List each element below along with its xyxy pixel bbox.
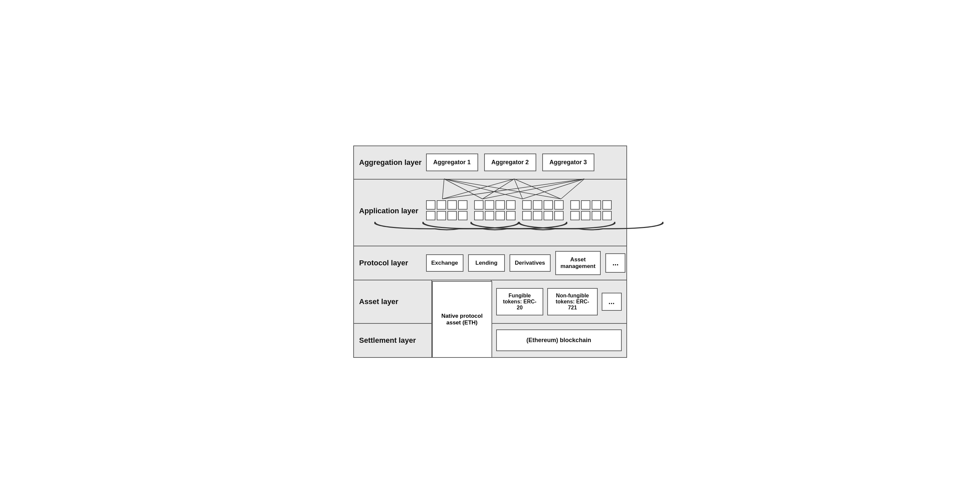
app-grid-3 — [522, 200, 564, 220]
settlement-right: (Ethereum) blockchain — [492, 324, 627, 357]
application-content — [426, 190, 621, 232]
blockchain-box: (Ethereum) blockchain — [496, 329, 622, 351]
asset-ellipsis: ... — [602, 293, 622, 311]
app-group-4 — [570, 200, 612, 232]
app-cell — [522, 200, 531, 209]
app-cell — [495, 200, 505, 209]
asset-right: Fungible tokens: ERC-20 Non-fungible tok… — [492, 280, 627, 323]
app-grid-4 — [570, 200, 612, 220]
fungible-tokens: Fungible tokens: ERC-20 — [496, 288, 544, 316]
app-cell — [437, 200, 446, 209]
app-cell — [485, 200, 494, 209]
diagram: Aggregation layer Aggregator 1 Aggregato… — [353, 146, 627, 358]
settlement-label-text: Settlement layer — [359, 336, 426, 345]
app-cell — [570, 200, 580, 209]
protocol-derivatives: Derivatives — [509, 254, 550, 272]
app-grid-1 — [426, 200, 468, 220]
aggregator-3: Aggregator 3 — [542, 154, 594, 171]
protocol-layer: Protocol layer Exchange Lending Derivati… — [354, 246, 627, 280]
aggregation-content: Aggregator 1 Aggregator 2 Aggregator 3 — [426, 154, 621, 171]
brace-4 — [519, 218, 663, 234]
aggregation-label: Aggregation layer — [359, 158, 426, 167]
application-layer: Application layer — [354, 179, 627, 246]
aggregator-1: Aggregator 1 — [426, 154, 478, 171]
protocol-lending: Lending — [468, 254, 505, 272]
app-cell — [533, 200, 542, 209]
app-cell — [426, 200, 435, 209]
native-asset-final-text: Native protocolasset (ETH) — [441, 313, 483, 326]
protocol-asset-management: Asset management — [555, 251, 601, 275]
app-cell — [544, 200, 553, 209]
application-label: Application layer — [359, 206, 426, 215]
settlement-label: Settlement layer — [354, 324, 431, 357]
nonfungible-tokens: Non-fungible tokens: ERC-721 — [547, 288, 597, 316]
protocol-content: Exchange Lending Derivatives Asset manag… — [426, 251, 626, 275]
app-cell — [474, 200, 484, 209]
app-cell — [602, 200, 612, 209]
native-asset-overlay: Native protocolasset (ETH) — [432, 281, 492, 358]
app-cell — [506, 200, 515, 209]
app-cell — [458, 200, 468, 209]
app-grid-2 — [474, 200, 515, 220]
app-cell — [581, 200, 590, 209]
protocol-exchange: Exchange — [426, 254, 463, 272]
aggregation-layer: Aggregation layer Aggregator 1 Aggregato… — [354, 146, 627, 179]
app-cell — [554, 200, 564, 209]
asset-label-text: Asset layer — [359, 297, 426, 306]
aggregator-2: Aggregator 2 — [484, 154, 536, 171]
asset-label: Asset layer — [354, 280, 431, 323]
app-cell — [592, 200, 601, 209]
protocol-ellipsis: ... — [605, 253, 625, 273]
app-cell — [447, 200, 457, 209]
protocol-label: Protocol layer — [359, 259, 426, 267]
